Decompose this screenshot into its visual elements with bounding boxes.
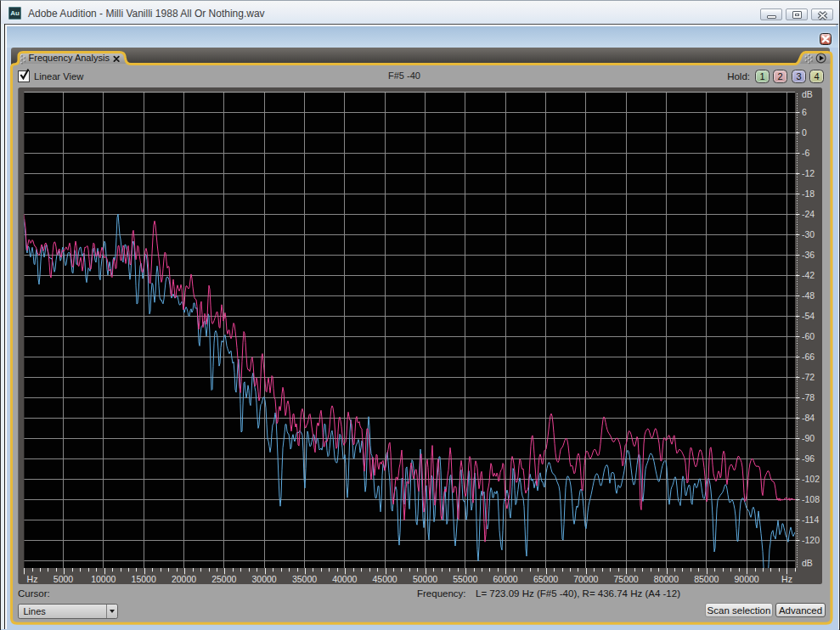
- svg-text:-84: -84: [802, 413, 815, 423]
- svg-text:80000: 80000: [654, 574, 679, 584]
- svg-text:55000: 55000: [453, 574, 477, 584]
- svg-text:-30: -30: [802, 229, 815, 239]
- svg-text:-114: -114: [802, 515, 819, 525]
- svg-text:75000: 75000: [613, 574, 638, 584]
- svg-text:45000: 45000: [372, 574, 397, 584]
- svg-text:-108: -108: [802, 494, 820, 504]
- svg-text:-18: -18: [802, 188, 815, 199]
- svg-text:-36: -36: [802, 250, 815, 260]
- svg-text:70000: 70000: [573, 574, 598, 584]
- svg-text:6: 6: [802, 107, 807, 117]
- svg-text:-42: -42: [802, 270, 815, 280]
- svg-text:-12: -12: [802, 168, 815, 178]
- svg-text:-60: -60: [802, 331, 815, 341]
- svg-text:10000: 10000: [91, 574, 116, 584]
- svg-text:25000: 25000: [211, 574, 236, 584]
- svg-text:60000: 60000: [493, 574, 517, 584]
- svg-text:-120: -120: [802, 535, 820, 545]
- svg-text:0: 0: [802, 127, 807, 138]
- svg-text:-72: -72: [802, 372, 815, 382]
- svg-text:65000: 65000: [533, 574, 558, 584]
- svg-text:40000: 40000: [332, 574, 357, 584]
- svg-text:-102: -102: [802, 474, 820, 484]
- svg-text:-96: -96: [802, 453, 815, 464]
- svg-text:85000: 85000: [694, 574, 719, 584]
- svg-text:dB: dB: [802, 558, 813, 568]
- svg-text:30000: 30000: [251, 574, 276, 584]
- svg-text:50000: 50000: [413, 574, 437, 584]
- svg-text:Frequency Analysis: Frequency Analysis: [29, 53, 110, 63]
- svg-text:-90: -90: [802, 433, 815, 443]
- svg-text:Hz: Hz: [781, 574, 792, 584]
- svg-text:-78: -78: [802, 392, 815, 402]
- svg-text:-54: -54: [802, 311, 815, 321]
- svg-text:20000: 20000: [172, 574, 196, 584]
- svg-text:-24: -24: [802, 209, 815, 219]
- svg-text:-6: -6: [802, 148, 809, 158]
- svg-text:90000: 90000: [734, 574, 758, 584]
- svg-text:-66: -66: [802, 352, 815, 362]
- svg-text:Hz: Hz: [27, 574, 38, 584]
- svg-text:35000: 35000: [292, 574, 317, 584]
- svg-text:15000: 15000: [132, 574, 156, 584]
- svg-text:-48: -48: [802, 290, 815, 301]
- svg-text:dB: dB: [802, 89, 813, 99]
- svg-text:5000: 5000: [54, 574, 74, 584]
